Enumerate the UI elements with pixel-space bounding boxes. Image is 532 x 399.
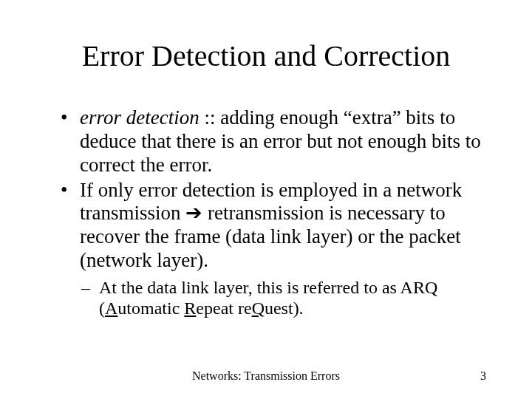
- bullet-item-2: If only error detection is employed in a…: [58, 179, 489, 319]
- bullet-list: error detection :: adding enough “extra”…: [58, 106, 489, 319]
- sub-bullet-item-1: At the data link layer, this is referred…: [80, 277, 489, 319]
- sub1-q-rest: uest).: [265, 299, 304, 318]
- sub1-arq: ARQ: [400, 278, 438, 297]
- term-error-detection: error detection: [80, 106, 200, 129]
- sub1-a-rest: utomatic: [117, 299, 184, 318]
- sub1-open: (: [99, 299, 105, 318]
- slide-title: Error Detection and Correction: [0, 38, 532, 73]
- footer-text: Networks: Transmission Errors: [0, 369, 532, 383]
- arrow-icon: ➔: [185, 202, 202, 224]
- slide: Error Detection and Correction error det…: [0, 0, 532, 399]
- sub1-q-ul: Q: [252, 299, 265, 318]
- sub1-r-ul: R: [184, 299, 196, 318]
- page-number: 3: [480, 369, 486, 383]
- sub1-r-rest: epeat re: [196, 299, 251, 318]
- sub1-pre: At the data link layer, this is referred…: [99, 278, 400, 297]
- bullet-item-1: error detection :: adding enough “extra”…: [58, 106, 489, 177]
- slide-body: error detection :: adding enough “extra”…: [58, 106, 489, 321]
- sub1-a-ul: A: [105, 299, 117, 318]
- sub-bullet-list: At the data link layer, this is referred…: [80, 277, 489, 319]
